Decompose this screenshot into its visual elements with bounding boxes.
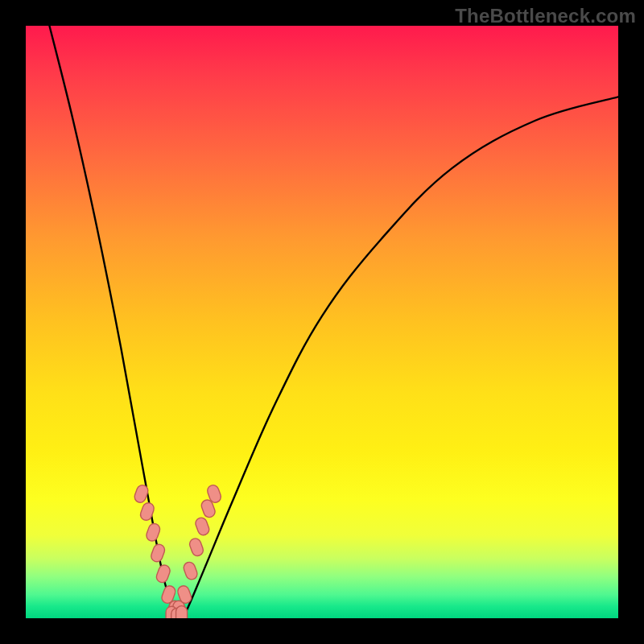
plot-area <box>26 26 618 618</box>
curve-marker <box>145 522 162 543</box>
watermark-text: TheBottleneck.com <box>455 5 636 27</box>
chart-svg <box>26 26 618 618</box>
curve-marker <box>139 502 156 522</box>
curve-marker <box>155 564 171 584</box>
curve-marker <box>176 606 188 618</box>
main-curve <box>49 26 618 618</box>
marker-layer <box>133 484 222 618</box>
curve-marker <box>188 537 205 557</box>
chart-frame: TheBottleneck.com <box>0 0 644 644</box>
curve-marker <box>194 516 211 536</box>
curve-layer <box>49 26 618 618</box>
curve-marker <box>182 560 199 580</box>
curve-marker <box>150 543 167 563</box>
